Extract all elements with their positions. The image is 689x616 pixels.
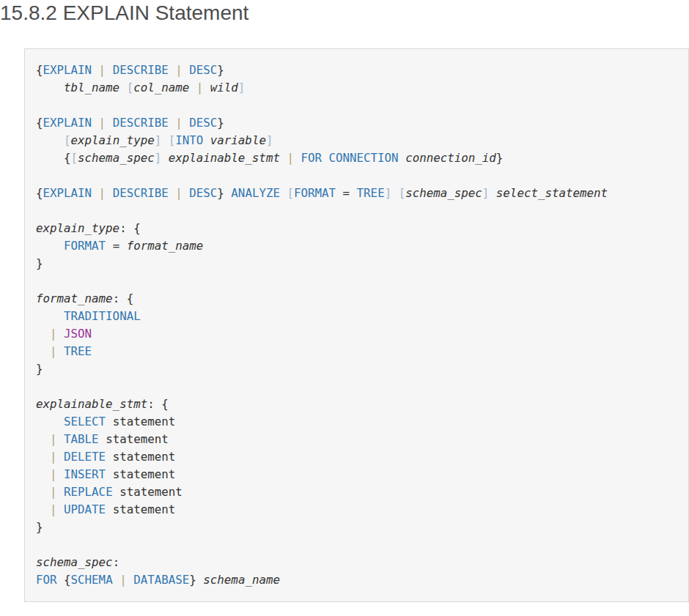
code-token-plain: statement [106,467,175,481]
code-token-pipe: | [287,151,294,165]
code-token-plain [183,186,190,200]
code-token-variable-italic: schema_spec [78,151,155,165]
code-token-plain [57,344,65,358]
code-token-keyword: DESCRIBE [113,116,169,130]
code-token-plain [36,450,50,464]
code-token-plain: statement [99,432,169,446]
code-token-bracket: [ [169,133,176,147]
code-token-plain: : [113,555,120,569]
code-token-plain [322,151,329,165]
code-token-plain [113,573,120,587]
code-token-pipe: | [119,573,127,587]
code-token-variable-italic: explain_type [71,133,155,147]
code-token-keyword: TRADITIONAL [64,309,141,323]
code-line [36,378,678,396]
code-token-pipe: | [99,116,106,130]
code-token-plain: statement [106,502,175,516]
code-token-variable-italic: format_name [36,292,113,305]
code-line [36,536,678,554]
code-token-plain [57,432,65,446]
code-token-pipe: | [175,186,183,200]
code-token-keyword: DELETE [64,450,106,464]
code-token-bracket: ] [155,133,162,147]
code-token-pipe: | [50,344,57,358]
code-token-plain: } [217,116,224,130]
code-token-variable-italic: wild [210,81,238,94]
code-token-plain [36,239,64,253]
code-token-plain [203,81,210,94]
code-token-plain [57,485,65,499]
code-token-keyword: EXPLAIN [43,186,92,200]
code-token-keyword: SELECT [64,415,106,428]
code-token-pipe: | [99,63,106,77]
code-line: SELECT statement [36,413,678,431]
code-token-plain [161,151,169,165]
code-token-keyword: FOR [301,151,322,165]
code-line: | DELETE statement [36,448,678,466]
code-line: | INSERT statement [36,466,678,483]
code-token-keyword: REPLACE [64,485,113,499]
code-token-plain: = [106,239,127,253]
code-token-keyword: FORMAT [64,239,106,253]
code-token-bracket: ] [238,81,246,94]
code-token-keyword: CONNECTION [329,151,399,165]
code-token-keyword: INSERT [64,467,106,481]
code-token-plain [36,344,50,358]
code-token-plain: } [36,362,43,376]
code-token-plain: : { [119,221,141,235]
code-token-plain: : { [147,397,169,411]
code-token-keyword: TREE [64,344,92,358]
code-token-plain [57,467,65,481]
code-token-pipe: | [50,432,57,446]
code-token-variable-italic: format_name [127,239,204,253]
code-token-plain [92,63,99,77]
code-token-keyword: TREE [357,186,385,200]
code-token-plain: { [36,63,43,77]
code-token-plain [280,151,287,165]
code-line: explainable_stmt: { [36,396,678,413]
code-token-keyword: DATABASE [133,573,189,587]
code-token-plain [106,116,113,130]
code-line: explain_type: { [36,220,678,237]
code-token-variable-italic: connection_id [405,151,496,165]
code-token-variable-italic: select_statement [496,186,608,200]
code-token-plain: } [189,573,203,587]
code-token-plain: : { [113,292,134,305]
code-token-plain [36,467,50,481]
code-token-plain [169,186,176,200]
code-line: {EXPLAIN | DESCRIBE | DESC} [36,114,678,132]
code-line: {EXPLAIN | DESCRIBE | DESC} [36,62,678,79]
code-token-plain [399,151,406,165]
code-line: } [36,255,678,272]
code-token-keyword: INTO [175,133,203,147]
code-token-plain [169,63,176,77]
code-token-bracket: ] [482,186,490,200]
code-token-variable-italic: schema_spec [36,555,113,569]
code-token-variable-italic: tbl_name [64,81,119,94]
code-token-plain: } [496,151,504,165]
code-token-literal: JSON [64,327,92,341]
code-line: | TREE [36,343,678,360]
code-token-plain [36,327,50,341]
code-token-plain [127,573,134,587]
code-token-bracket: [ [71,151,78,165]
code-token-pipe: | [50,327,57,341]
code-token-plain: { [36,116,43,130]
code-token-plain [106,63,113,77]
code-line: } [36,360,678,378]
code-token-plain [57,450,65,464]
code-token-bracket: [ [399,186,406,200]
code-token-bracket: [ [127,81,134,94]
code-token-variable-italic: variable [210,133,266,147]
code-token-keyword: EXPLAIN [43,63,92,77]
code-token-pipe: | [175,63,183,77]
code-token-pipe: | [50,502,57,516]
code-token-plain: { [36,186,43,200]
page-title: 15.8.2 EXPLAIN Statement [0,1,248,25]
code-token-plain: statement [106,450,175,464]
code-line: {[schema_spec] explainable_stmt | FOR CO… [36,149,678,167]
code-token-plain: = [336,186,357,200]
code-token-keyword: UPDATE [64,502,106,516]
code-token-pipe: | [99,186,106,200]
code-token-plain [119,81,127,94]
